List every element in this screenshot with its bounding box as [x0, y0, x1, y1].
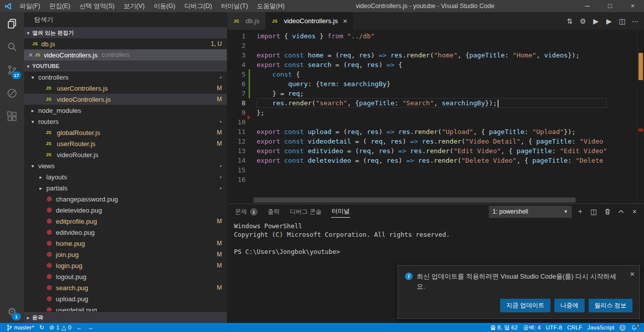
- code-line[interactable]: const {: [257, 70, 607, 79]
- tree-item[interactable]: JSuserControllers.jsM: [24, 83, 227, 94]
- tree-item[interactable]: login.pugM: [24, 260, 227, 271]
- gear-icon[interactable]: ⚙: [577, 17, 589, 25]
- minimap[interactable]: [607, 30, 637, 204]
- explorer-icon[interactable]: [0, 12, 24, 35]
- outline-header[interactable]: ▸ 윤곽: [24, 311, 227, 323]
- tab-videocontrollers-js[interactable]: JS videoControllers.js ×: [266, 12, 353, 30]
- tree-item[interactable]: ▸layouts●: [24, 171, 227, 182]
- problems-indicator[interactable]: ⊘ 1 △ 0: [47, 323, 74, 332]
- open-editors-header[interactable]: ▾ 열려 있는 편집기: [24, 27, 227, 38]
- cursor-position-indicator[interactable]: 줄 8, 열 62: [488, 323, 520, 332]
- close-panel-icon[interactable]: ×: [629, 208, 640, 216]
- search-icon[interactable]: [0, 35, 24, 58]
- code-line[interactable]: export const home = (req, res) => res.re…: [257, 50, 607, 60]
- code-line[interactable]: [257, 175, 607, 184]
- tree-item[interactable]: ▾views●: [24, 160, 227, 171]
- code-line[interactable]: query: {term: searchingBy}: [257, 79, 607, 89]
- project-header[interactable]: ▾ YOUTUBE: [24, 60, 227, 72]
- tab-db-js[interactable]: JS db.js: [227, 12, 266, 30]
- tree-item[interactable]: join.pugM: [24, 249, 227, 260]
- extensions-icon[interactable]: [0, 105, 24, 128]
- panel-tab[interactable]: 터미널: [331, 206, 350, 218]
- panel-tab[interactable]: 문제1: [234, 206, 258, 218]
- tree-item[interactable]: deletevideo.pug: [24, 205, 227, 216]
- code-line[interactable]: [257, 117, 607, 127]
- tree-item[interactable]: editvideo.pug: [24, 227, 227, 238]
- notifications-bell-icon[interactable]: 1: [628, 323, 640, 332]
- close-icon[interactable]: ×: [27, 51, 35, 59]
- eol-indicator[interactable]: CRLF: [565, 323, 585, 332]
- notification-button[interactable]: 릴리스 정보: [589, 299, 632, 312]
- run-code-icon[interactable]: ▶: [603, 17, 615, 25]
- tree-item[interactable]: JSuserRouter.jsM: [24, 138, 227, 149]
- close-icon[interactable]: ×: [630, 270, 634, 278]
- tree-item[interactable]: ▾controllers●: [24, 72, 227, 83]
- code-line[interactable]: res.render("search", {pageTitle: "Search…: [257, 98, 607, 108]
- code-line[interactable]: export const search = (req, res) => {: [257, 60, 607, 70]
- code-line[interactable]: export const upload = (req, res) => res.…: [257, 127, 607, 137]
- run-icon[interactable]: ▶: [590, 17, 602, 25]
- tree-item[interactable]: ▾routers●: [24, 116, 227, 127]
- code-line[interactable]: export const deletevideo = (req, res) =>…: [257, 156, 607, 165]
- tree-item[interactable]: home.pugM: [24, 238, 227, 249]
- arrow-right-icon[interactable]: →: [85, 323, 96, 332]
- minimize-button[interactable]: ─: [576, 0, 599, 12]
- encoding-indicator[interactable]: UTF-8: [543, 323, 565, 332]
- menu-item[interactable]: 이동(G): [149, 0, 180, 12]
- horizontal-scrollbar[interactable]: [254, 197, 576, 203]
- language-mode-indicator[interactable]: JavaScript: [585, 323, 617, 332]
- menu-item[interactable]: 디버그(D): [180, 0, 217, 12]
- sync-icon[interactable]: ↻: [37, 323, 47, 332]
- tree-item[interactable]: JSglobalRouter.jsM: [24, 127, 227, 138]
- close-icon[interactable]: ×: [343, 17, 347, 25]
- code-line[interactable]: [257, 41, 607, 50]
- maximize-panel-icon[interactable]: [615, 209, 626, 215]
- code-line[interactable]: };: [257, 108, 607, 117]
- panel-tab[interactable]: 디버그 콘솔: [289, 206, 322, 218]
- tree-item[interactable]: ▸node_modules: [24, 105, 227, 116]
- menu-item[interactable]: 선택 영역(S): [75, 0, 119, 12]
- debug-icon[interactable]: [0, 82, 24, 105]
- close-button[interactable]: ×: [621, 0, 644, 12]
- code-line[interactable]: } = req;: [257, 89, 607, 98]
- source-control-icon[interactable]: 17: [0, 58, 24, 82]
- tree-item[interactable]: JSvideoRouter.js: [24, 149, 227, 160]
- open-editor-db-js[interactable]: JS db.js 1, U: [24, 38, 227, 49]
- menu-item[interactable]: 보기(V): [119, 0, 149, 12]
- tree-item[interactable]: editprofile.pugM: [24, 216, 227, 227]
- split-terminal-icon[interactable]: ◫: [588, 208, 599, 216]
- toggle-layout-icon[interactable]: ⇅: [564, 17, 576, 25]
- overview-ruler[interactable]: [637, 30, 644, 204]
- tree-item[interactable]: JSvideoControllers.jsM: [24, 94, 227, 105]
- settings-gear-icon[interactable]: ⚙ 1: [0, 300, 24, 323]
- more-actions-icon[interactable]: ⋯: [629, 17, 641, 25]
- new-terminal-icon[interactable]: ＋: [575, 207, 586, 216]
- menu-item[interactable]: 도움말(H): [253, 0, 289, 12]
- notification-button[interactable]: 지금 업데이트: [500, 299, 550, 312]
- kill-terminal-icon[interactable]: [602, 208, 613, 215]
- tree-item[interactable]: upload.pug: [24, 293, 227, 304]
- menu-item[interactable]: 터미널(T): [216, 0, 252, 12]
- tree-item[interactable]: ▸partials●: [24, 182, 227, 193]
- code-line[interactable]: export const editvideo = (req, res) => r…: [257, 146, 607, 156]
- tree-item[interactable]: search.pugM: [24, 282, 227, 293]
- code-line[interactable]: import { videos } from "../db": [257, 31, 607, 41]
- tree-item[interactable]: userdetail.pug: [24, 304, 227, 311]
- code-editor[interactable]: 12345678910111213141516 import { videos …: [227, 30, 644, 204]
- code-lines[interactable]: import { videos } from "../db"export con…: [254, 30, 607, 204]
- notification-button[interactable]: 나중에: [554, 299, 585, 312]
- feedback-smiley-icon[interactable]: [617, 323, 628, 332]
- indentation-indicator[interactable]: 공백: 4: [520, 323, 543, 332]
- split-editor-icon[interactable]: ◫: [616, 17, 628, 25]
- terminal-selector-dropdown[interactable]: 1: powershell ▼: [489, 206, 572, 218]
- git-branch-indicator[interactable]: master*: [4, 323, 37, 332]
- open-editor-videocontrollers-js[interactable]: × JS videoControllers.js controllers: [24, 49, 227, 60]
- maximize-button[interactable]: □: [599, 0, 621, 12]
- arrow-left-icon[interactable]: ←: [74, 323, 85, 332]
- code-line[interactable]: export const videodetail = ( req, res) =…: [257, 137, 607, 146]
- panel-tab[interactable]: 출력: [267, 206, 280, 218]
- tree-item[interactable]: changepassword.pug: [24, 193, 227, 205]
- code-line[interactable]: [257, 165, 607, 175]
- menu-item[interactable]: 편집(E): [45, 0, 75, 12]
- menu-item[interactable]: 파일(F): [15, 0, 45, 12]
